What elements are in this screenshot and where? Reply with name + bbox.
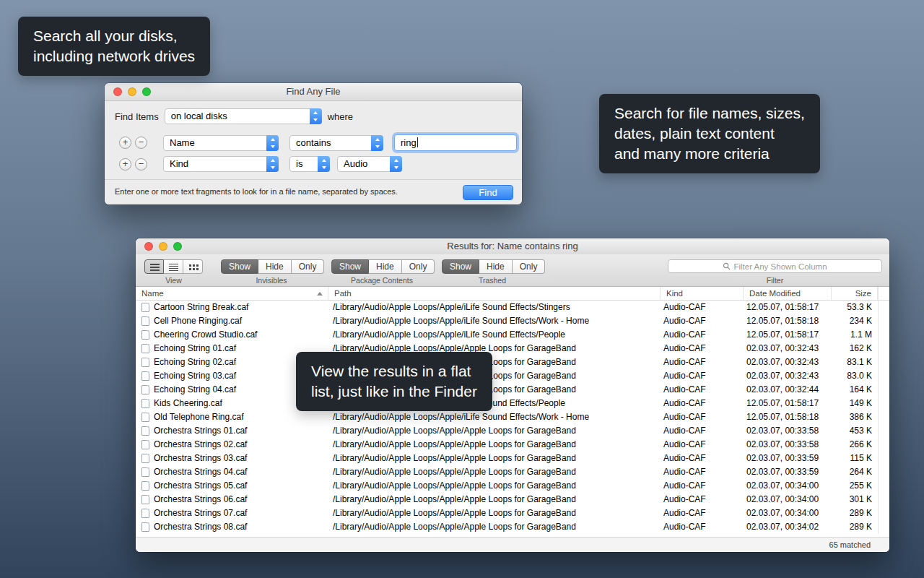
table-row[interactable]: Orchestra Strings 07.caf/Library/Audio/A… <box>136 506 889 520</box>
field-popup[interactable]: Name <box>163 135 279 151</box>
cell-path: /Library/Audio/Apple Loops/Apple/Apple L… <box>328 493 661 506</box>
cell-path: /Library/Audio/Apple Loops/Apple/Apple L… <box>328 479 661 493</box>
cell-name: Orchestra Strings 02.caf <box>136 438 328 452</box>
scrollbar-gap <box>878 520 889 534</box>
cell-name: Cartoon String Break.caf <box>136 301 328 314</box>
column-header-kind[interactable]: Kind <box>661 287 744 300</box>
cell-date-modified: 02.03.07, 00:33:59 <box>744 465 832 479</box>
minimize-button[interactable] <box>128 87 136 96</box>
scrollbar-gap <box>878 452 889 465</box>
invisibles-segmented-control: Show Hide Only <box>221 259 324 274</box>
results-window-titlebar[interactable]: Results for: Name contains ring <box>136 238 889 254</box>
cell-size: 164 K <box>832 383 878 397</box>
view-compact-button[interactable] <box>164 259 183 274</box>
cell-date-modified: 12.05.07, 01:58:17 <box>744 301 832 314</box>
remove-criterion-button[interactable]: − <box>135 158 147 171</box>
package-show-button[interactable]: Show <box>331 259 369 274</box>
scrollbar-gap <box>878 465 889 479</box>
cell-kind: Audio-CAF <box>661 314 744 328</box>
zoom-button[interactable] <box>173 242 182 251</box>
document-icon <box>141 413 149 422</box>
remove-criterion-button[interactable]: − <box>135 137 147 149</box>
cell-kind: Audio-CAF <box>661 301 744 314</box>
cell-kind: Audio-CAF <box>661 452 744 465</box>
cell-size: 289 K <box>832 506 878 520</box>
table-row[interactable]: Echoing String 02.caf/Library/Audio/Appl… <box>136 355 889 369</box>
document-icon <box>141 330 149 340</box>
cell-kind: Audio-CAF <box>661 479 744 493</box>
cell-path: /Library/Audio/Apple Loops/Apple/Apple L… <box>328 452 661 465</box>
table-row[interactable]: Orchestra Strings 06.caf/Library/Audio/A… <box>136 493 889 506</box>
invisibles-hide-button[interactable]: Hide <box>258 259 292 274</box>
table-row[interactable]: Cheering Crowd Studio.caf/Library/Audio/… <box>136 328 889 342</box>
table-row[interactable]: Orchestra Strings 02.caf/Library/Audio/A… <box>136 438 889 452</box>
add-criterion-button[interactable]: + <box>119 158 131 171</box>
results-toolbar: View Show Hide Only Invisibles Show Hide… <box>136 254 889 287</box>
operator-popup[interactable]: contains <box>289 135 383 151</box>
table-row[interactable]: Kids Cheering.caf/Library/Audio/Apple Lo… <box>136 397 889 410</box>
scope-popup[interactable]: on local disks <box>165 108 322 124</box>
document-icon <box>141 509 149 518</box>
cell-size: 1.1 M <box>832 328 878 342</box>
view-grid-button[interactable] <box>183 259 203 274</box>
cell-kind: Audio-CAF <box>661 520 744 534</box>
document-icon <box>141 467 149 477</box>
file-name: Orchestra Strings 02.caf <box>154 438 247 452</box>
close-button[interactable] <box>144 242 153 251</box>
cell-path: /Library/Audio/Apple Loops/Apple/iLife S… <box>328 301 661 314</box>
field-popup[interactable]: Kind <box>163 156 279 172</box>
zoom-button[interactable] <box>142 87 151 96</box>
find-window-titlebar[interactable]: Find Any File <box>105 83 522 101</box>
table-row[interactable]: Old Telephone Ring.caf/Library/Audio/App… <box>136 410 889 424</box>
table-row[interactable]: Cell Phone Ringing.caf/Library/Audio/App… <box>136 314 889 328</box>
table-row[interactable]: Orchestra Strings 03.caf/Library/Audio/A… <box>136 452 889 465</box>
invisibles-show-button[interactable]: Show <box>221 259 258 274</box>
table-row[interactable]: Orchestra Strings 08.caf/Library/Audio/A… <box>136 520 889 534</box>
cell-size: 453 K <box>832 424 878 438</box>
value-popup[interactable]: Audio <box>337 156 402 172</box>
table-row[interactable]: Echoing String 04.caf/Library/Audio/Appl… <box>136 383 889 397</box>
cell-path: /Library/Audio/Apple Loops/Apple/Apple L… <box>328 424 661 438</box>
cell-kind: Audio-CAF <box>661 383 744 397</box>
cell-size: 115 K <box>832 452 878 465</box>
table-row[interactable]: Cartoon String Break.caf/Library/Audio/A… <box>136 301 889 314</box>
cell-name: Orchestra Strings 04.caf <box>136 465 328 479</box>
cell-size: 234 K <box>832 314 878 328</box>
invisibles-only-button[interactable]: Only <box>292 259 325 274</box>
cell-date-modified: 02.03.07, 00:34:00 <box>744 506 832 520</box>
column-header-name[interactable]: Name <box>136 287 328 300</box>
cell-date-modified: 02.03.07, 00:32:43 <box>744 355 832 369</box>
cell-size: 301 K <box>832 493 878 506</box>
table-row[interactable]: Echoing String 01.caf/Library/Audio/Appl… <box>136 342 889 355</box>
table-row[interactable]: Orchestra Strings 01.caf/Library/Audio/A… <box>136 424 889 438</box>
trashed-show-button[interactable]: Show <box>442 259 479 274</box>
view-list-button[interactable] <box>144 259 164 274</box>
close-button[interactable] <box>113 87 122 96</box>
package-hide-button[interactable]: Hide <box>369 259 402 274</box>
scrollbar-gap <box>878 397 889 410</box>
search-term-input[interactable]: ring <box>394 134 517 151</box>
filter-input[interactable]: Filter Any Shown Column <box>668 259 882 273</box>
find-button[interactable]: Find <box>463 185 513 200</box>
package-only-button[interactable]: Only <box>402 259 435 274</box>
operator-popup[interactable]: is <box>289 156 330 172</box>
document-icon <box>141 481 149 491</box>
window-title: Find Any File <box>286 86 340 97</box>
scrollbar-header-gap <box>878 287 889 300</box>
column-header-size[interactable]: Size <box>832 287 878 300</box>
cell-name: Orchestra Strings 05.caf <box>136 479 328 493</box>
trashed-only-button[interactable]: Only <box>513 259 546 274</box>
file-name: Echoing String 01.caf <box>154 342 236 355</box>
table-row[interactable]: Orchestra Strings 05.caf/Library/Audio/A… <box>136 479 889 493</box>
cell-size: 149 K <box>832 397 878 410</box>
column-header-date-modified[interactable]: Date Modified <box>744 287 832 300</box>
add-criterion-button[interactable]: + <box>119 137 131 149</box>
scrollbar-gap <box>878 383 889 397</box>
file-name: Old Telephone Ring.caf <box>154 410 244 424</box>
minimize-button[interactable] <box>159 242 167 251</box>
trashed-hide-button[interactable]: Hide <box>479 259 513 274</box>
table-row[interactable]: Orchestra Strings 04.caf/Library/Audio/A… <box>136 465 889 479</box>
column-header-path[interactable]: Path <box>328 287 661 300</box>
table-row[interactable]: Echoing String 03.caf/Library/Audio/Appl… <box>136 369 889 383</box>
cell-name: Orchestra Strings 08.caf <box>136 520 328 534</box>
